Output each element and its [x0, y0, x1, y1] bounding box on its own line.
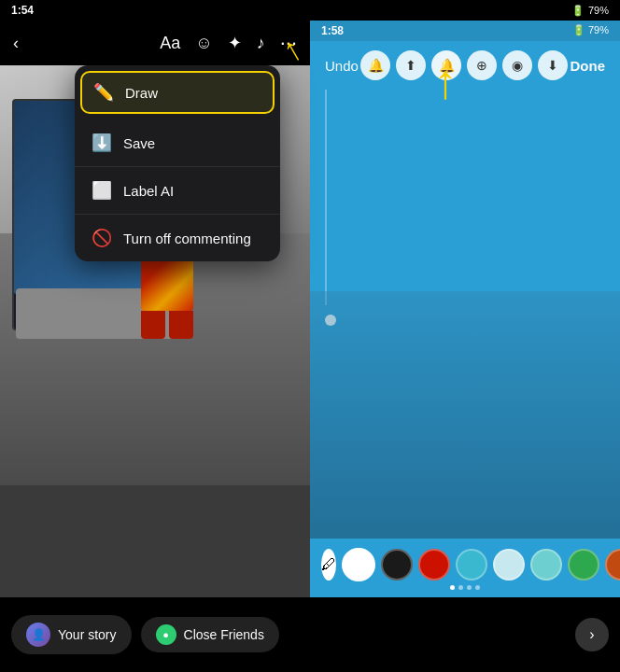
right-battery-icon: 🔋 [572, 24, 585, 35]
download-icon[interactable]: ⬇ [538, 50, 568, 80]
right-toolbar-icons: 🔔 ⬆ 🔔 ⊕ ◉ ⬇ [360, 50, 568, 80]
toolbar-icons: Aa ☺ ✦ ♪ ··· [160, 31, 297, 55]
sparkle-icon[interactable]: ✦ [228, 33, 242, 53]
commenting-icon: 🚫 [92, 228, 112, 248]
dot-3 [467, 585, 472, 590]
friends-icon: ● [156, 624, 176, 645]
left-toolbar: ‹ Aa ☺ ✦ ♪ ··· [0, 21, 310, 65]
done-button[interactable]: Done [570, 58, 605, 74]
right-battery: 🔋 79% [572, 24, 609, 37]
figure-leg-left [141, 311, 165, 339]
draw-icon: ✏️ [93, 82, 114, 103]
close-friends-label: Close Friends [184, 627, 264, 642]
commenting-label: Turn off commenting [123, 231, 251, 246]
add-icon[interactable]: ⊕ [467, 50, 497, 80]
color-brown[interactable] [605, 549, 620, 581]
notification-icon-1[interactable]: 🔔 [360, 50, 390, 80]
label-ai-label: Label AI [123, 183, 174, 199]
figure-leg-right [169, 311, 193, 339]
label-ai-icon: ⬜ [92, 180, 112, 201]
color-black[interactable] [381, 549, 413, 581]
color-red[interactable] [418, 549, 450, 581]
status-battery: 🔋 79% [571, 5, 609, 17]
save-label: Save [123, 135, 155, 151]
dot-2 [458, 585, 463, 590]
undo-button[interactable]: Undo [325, 58, 359, 74]
story-avatar: 👤 [26, 623, 50, 647]
dots-indicator [310, 585, 620, 597]
right-panel: 1:58 🔋 79% Undo 🔔 ⬆ 🔔 ⊕ ◉ ⬇ Done ↑ [310, 21, 620, 597]
dropdown-item-commenting[interactable]: 🚫 Turn off commenting [75, 215, 280, 261]
dot-1 [450, 585, 455, 590]
next-button[interactable]: › [575, 618, 609, 651]
color-teal[interactable] [530, 549, 562, 581]
left-bottom-area [0, 485, 310, 597]
right-status-bar: 1:58 🔋 79% [310, 21, 620, 41]
dropdown-item-label-ai[interactable]: ⬜ Label AI [75, 167, 280, 215]
battery-icon: 🔋 [571, 5, 585, 17]
dropdown-menu: ✏️ Draw ⬇️ Save ⬜ Label AI 🚫 Turn off co… [75, 65, 280, 261]
right-overlay [310, 291, 620, 539]
color-picker-area: 🖊 [310, 539, 620, 597]
eyedropper-icon[interactable]: 🖊 [321, 549, 336, 581]
left-panel: ‹ Aa ☺ ✦ ♪ ··· ↑ ✏️ Draw ⬇️ Save ⬜ La [0, 21, 310, 597]
color-picker: 🖊 [310, 539, 620, 585]
save-icon: ⬇️ [92, 133, 112, 153]
dropdown-item-draw[interactable]: ✏️ Draw [80, 71, 275, 114]
your-story-label: Your story [58, 627, 117, 642]
dot-4 [475, 585, 480, 590]
your-story-button[interactable]: 👤 Your story [11, 615, 132, 654]
color-white[interactable] [342, 548, 375, 581]
sticker-icon[interactable]: ☺ [195, 34, 212, 53]
vertical-line [325, 90, 327, 305]
color-cyan[interactable] [456, 549, 487, 581]
text-icon[interactable]: Aa [160, 34, 180, 53]
color-green[interactable] [568, 549, 599, 581]
arrow-indicator-right: ↑ [433, 53, 458, 109]
status-bar: 1:54 🔋 79% [0, 0, 620, 21]
right-time: 1:58 [321, 24, 344, 37]
share-icon[interactable]: ⬆ [396, 50, 426, 80]
dropdown-item-save[interactable]: ⬇️ Save [75, 119, 280, 167]
close-friends-button[interactable]: ● Close Friends [141, 617, 279, 652]
circle-icon[interactable]: ◉ [502, 50, 532, 80]
main-panels: ‹ Aa ☺ ✦ ♪ ··· ↑ ✏️ Draw ⬇️ Save ⬜ La [0, 21, 620, 597]
draw-label: Draw [125, 85, 158, 101]
right-content [310, 90, 620, 539]
status-time: 1:54 [11, 4, 34, 17]
arrow-icon: › [589, 626, 594, 643]
music-icon[interactable]: ♪ [257, 34, 265, 53]
bottom-bar: 👤 Your story ● Close Friends › [0, 597, 620, 672]
right-toolbar: Undo 🔔 ⬆ 🔔 ⊕ ◉ ⬇ Done [310, 41, 620, 90]
color-light-blue[interactable] [493, 549, 525, 581]
figure-legs [141, 311, 193, 339]
back-button[interactable]: ‹ [13, 34, 19, 53]
